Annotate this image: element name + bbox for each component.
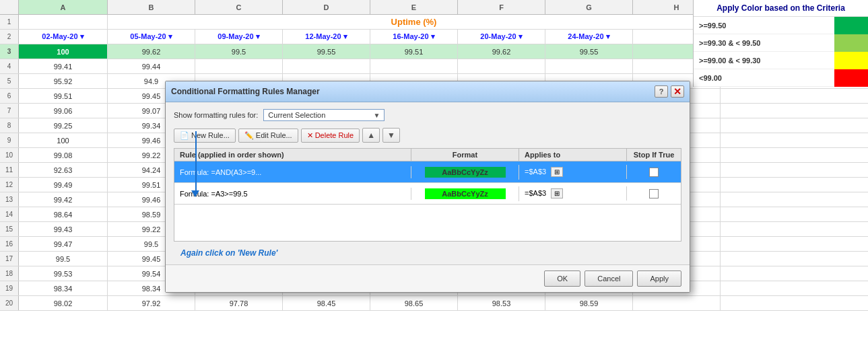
legend-title: Apply Color based on the Criteria: [694, 0, 868, 17]
col-header-b: B: [108, 0, 195, 14]
col-header-e: E: [370, 0, 458, 14]
delete-rule-label: Delete Rule: [315, 131, 354, 139]
cell-2-c[interactable]: 09-May-20 ▾: [195, 30, 283, 44]
rule-applies-1: =$A$3 ⊞: [519, 165, 627, 179]
row-num-2: 2: [0, 30, 19, 44]
col-header-a: A: [19, 0, 108, 14]
rules-for-row: Show formatting rules for: Current Selec…: [174, 109, 681, 121]
legend-row-1: >=99.50: [694, 17, 868, 34]
cell-3-g: 99.55: [545, 44, 633, 59]
rule-formula-2: Formula: =A3>=99.5: [174, 188, 411, 200]
rule-applies-value-2: =$A$3: [525, 189, 546, 197]
col-header-applies: Applies to: [519, 149, 627, 161]
legend-area: Apply Color based on the Criteria >=99.5…: [693, 0, 868, 87]
cell-3-b: 99.62: [108, 44, 195, 59]
dialog-title: Conditional Formatting Rules Manager: [171, 87, 320, 96]
apply-button[interactable]: Apply: [637, 270, 681, 287]
dialog-titlebar: Conditional Formatting Rules Manager ? ✕: [166, 81, 690, 102]
rule-stop-1: [627, 166, 681, 179]
annotation-text: Again click on 'New Rule': [174, 248, 681, 258]
col-header-stop: Stop If True: [627, 149, 681, 161]
cell-2-d[interactable]: 12-May-20 ▾: [283, 30, 370, 44]
conditional-formatting-dialog: Conditional Formatting Rules Manager ? ✕…: [165, 81, 690, 293]
legend-text-1: >=99.50: [694, 22, 834, 30]
move-up-button[interactable]: ▲: [362, 128, 380, 143]
cell-2-f[interactable]: 20-May-20 ▾: [458, 30, 545, 44]
format-preview-2: AaBbCcYyZz: [425, 188, 506, 199]
cell-3-d: 99.55: [283, 44, 370, 59]
delete-rule-button[interactable]: ✕ Delete Rule: [301, 129, 360, 143]
legend-color-yellow: [834, 52, 868, 69]
spreadsheet-container: A B C D E F G H I 1 Uptime (%) 2 02-May-…: [0, 0, 868, 362]
annotation-arrow-line: [195, 131, 197, 192]
rule-applies-2: =$A$3 ⊞: [519, 186, 627, 201]
cell-1-a: [19, 15, 108, 29]
rule-stop-2: [627, 187, 681, 201]
legend-row-3: >=99.00 & < 99.30: [694, 52, 868, 69]
col-header-g: G: [545, 0, 633, 14]
stop-checkbox-2[interactable]: [649, 189, 659, 198]
cancel-button[interactable]: Cancel: [585, 270, 633, 287]
row-num-3: 3: [0, 44, 19, 59]
legend-text-3: >=99.00 & < 99.30: [694, 57, 834, 65]
ok-button[interactable]: OK: [544, 270, 580, 287]
row-num-spacer: [0, 0, 19, 14]
legend-row-2: >=99.30 & < 99.50: [694, 34, 868, 52]
new-rule-button[interactable]: 📄 New Rule...: [174, 129, 236, 143]
rule-applies-value-1: =$A$3: [525, 168, 546, 176]
rules-for-select[interactable]: Current Selection ▼: [263, 109, 385, 121]
rule-format-1: AaBbCcYyZz: [411, 165, 519, 180]
cell-ref-btn-1[interactable]: ⊞: [551, 167, 563, 177]
cell-2-b[interactable]: 05-May-20 ▾: [108, 30, 195, 44]
cell-2-e[interactable]: 16-May-20 ▾: [370, 30, 458, 44]
edit-rule-button[interactable]: ✏️ Edit Rule...: [238, 129, 298, 143]
row-20: 20 98.02 97.92 97.78 98.45 98.65 98.53 9…: [0, 296, 868, 311]
dialog-toolbar: 📄 New Rule... ✏️ Edit Rule... ✕ Delete R…: [174, 128, 681, 143]
legend-color-red: [834, 69, 868, 87]
dialog-footer: OK Cancel Apply: [166, 264, 690, 292]
col-header-format: Format: [411, 149, 519, 161]
row-num-1: 1: [0, 15, 19, 29]
edit-rule-label: Edit Rule...: [256, 131, 292, 139]
col-header-d: D: [283, 0, 370, 14]
dialog-title-controls: ? ✕: [655, 85, 684, 98]
new-rule-icon: 📄: [180, 131, 189, 140]
legend-color-yellow-green: [834, 34, 868, 52]
delete-rule-icon: ✕: [307, 131, 313, 140]
cell-3-a: 100: [19, 44, 108, 59]
legend-text-2: >=99.30 & < 99.50: [694, 39, 834, 47]
dialog-help-button[interactable]: ?: [655, 85, 668, 98]
col-header-f: F: [458, 0, 545, 14]
rule-formula-1: Formula: =AND(A3>=9...: [174, 166, 411, 178]
legend-text-4: <99.00: [694, 74, 834, 82]
col-header-rule: Rule (applied in order shown): [174, 149, 411, 161]
legend-row-4: <99.00: [694, 69, 868, 87]
edit-rule-icon: ✏️: [244, 131, 254, 140]
format-preview-1: AaBbCcYyZz: [425, 167, 506, 178]
rules-for-value: Current Selection: [268, 111, 325, 119]
cell-3-f: 99.62: [458, 44, 545, 59]
dialog-body: Show formatting rules for: Current Selec…: [166, 102, 690, 264]
cell-ref-btn-2[interactable]: ⊞: [551, 188, 563, 198]
uptime-title: Uptime (%): [108, 15, 721, 29]
cell-3-c: 99.5: [195, 44, 283, 59]
stop-checkbox-1[interactable]: [649, 168, 659, 177]
rules-table-header: Rule (applied in order shown) Format App…: [174, 148, 681, 161]
rule-row-1[interactable]: Formula: =AND(A3>=9... AaBbCcYyZz =$A$3 …: [174, 161, 681, 183]
rules-table-body: Formula: =AND(A3>=9... AaBbCcYyZz =$A$3 …: [174, 161, 681, 242]
new-rule-label: New Rule...: [191, 131, 230, 139]
legend-color-green: [834, 17, 868, 34]
rule-format-2: AaBbCcYyZz: [411, 186, 519, 201]
cell-3-e: 99.51: [370, 44, 458, 59]
rules-for-label: Show formatting rules for:: [174, 111, 258, 119]
rule-row-2[interactable]: Formula: =A3>=99.5 AaBbCcYyZz =$A$3 ⊞: [174, 183, 681, 205]
col-header-c: C: [195, 0, 283, 14]
move-down-button[interactable]: ▼: [382, 128, 400, 143]
cell-2-g[interactable]: 24-May-20 ▾: [545, 30, 633, 44]
annotation-arrow-tip: [191, 190, 199, 197]
cell-2-a[interactable]: 02-May-20 ▾: [19, 30, 108, 44]
dialog-close-button[interactable]: ✕: [671, 85, 684, 98]
dropdown-arrow-icon: ▼: [373, 112, 380, 119]
